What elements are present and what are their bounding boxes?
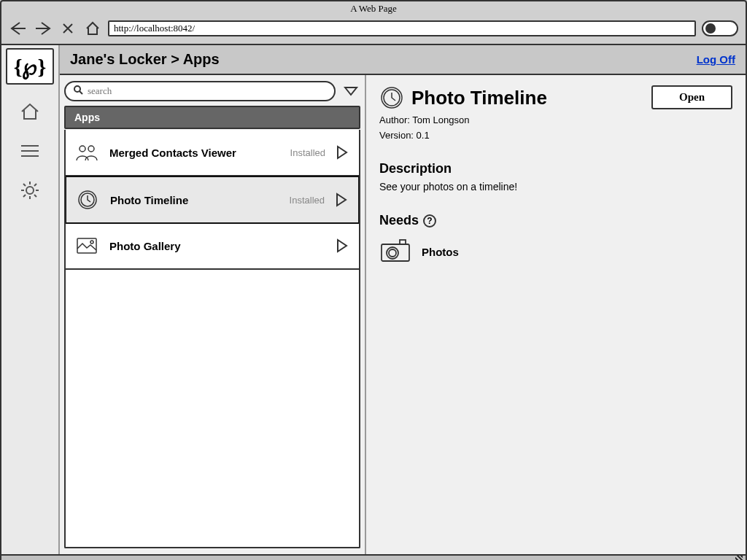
description-text: See your photos on a timeline! [379,181,732,192]
home-icon[interactable] [18,99,42,124]
detail-panel: Open Photo Timeline Author: Tom Longson … [366,75,746,554]
left-rail: {℘} [1,45,60,554]
svg-point-13 [389,249,396,257]
toggle-switch[interactable] [702,20,738,36]
stop-button[interactable] [58,19,77,38]
search-input[interactable] [88,85,327,97]
open-button[interactable]: Open [651,85,732,109]
section-header-apps: Apps [64,106,360,129]
search-box[interactable] [64,81,336,101]
breadcrumb-bar: Jane's Locker > Apps Log Off [60,45,746,75]
browser-toolbar: http://localhost:8042/ [1,16,746,44]
svg-point-0 [26,187,34,194]
clock-icon [379,85,404,110]
url-bar[interactable]: http://localhost:8042/ [108,20,696,36]
forward-button[interactable] [34,19,53,38]
app-item-merged-contacts[interactable]: Merged Contacts Viewer Installed [66,130,359,176]
app-item-photo-gallery[interactable]: Photo Gallery [66,223,359,270]
app-name-label: Photo Gallery [109,240,315,252]
description-heading: Description [379,161,732,176]
breadcrumb: Jane's Locker > Apps [70,51,220,68]
browser-title: A Web Page [1,1,746,16]
app-list-panel: Apps Merged Contacts Viewer Installed [60,75,366,554]
needs-item: Photos [379,237,732,266]
search-icon [73,85,83,98]
help-icon[interactable]: ? [423,214,436,228]
install-status: Installed [290,195,325,206]
home-button[interactable] [83,19,102,38]
filter-dropdown[interactable] [341,82,360,101]
app-name-label: Merged Contacts Viewer [109,147,280,159]
play-icon[interactable] [336,145,350,160]
gallery-icon [74,233,99,258]
clock-icon [75,187,100,212]
version-line: Version: 0.1 [379,130,732,141]
svg-rect-11 [400,240,406,244]
resize-handle[interactable] [0,556,747,560]
play-icon[interactable] [336,238,350,253]
app-logo: {℘} [6,48,54,85]
svg-point-3 [88,146,94,152]
app-list: Merged Contacts Viewer Installed Photo T… [64,130,360,548]
svg-point-7 [90,241,93,244]
gear-icon[interactable] [18,178,42,203]
app-item-photo-timeline[interactable]: Photo Timeline Installed [65,176,360,224]
list-icon[interactable] [18,139,42,163]
logoff-link[interactable]: Log Off [697,53,735,66]
detail-title: Photo Timeline [411,87,547,109]
app-name-label: Photo Timeline [110,194,279,206]
author-line: Author: Tom Longson [379,114,732,125]
install-status: Installed [290,147,325,158]
needs-heading: Needs [379,213,419,228]
camera-icon [379,237,411,266]
back-button[interactable] [9,19,28,38]
svg-point-2 [80,146,85,152]
needs-item-label: Photos [422,246,459,258]
play-icon[interactable] [335,192,349,207]
svg-point-1 [74,86,80,92]
url-text: http://localhost:8042/ [114,23,195,34]
contacts-icon [74,140,99,165]
